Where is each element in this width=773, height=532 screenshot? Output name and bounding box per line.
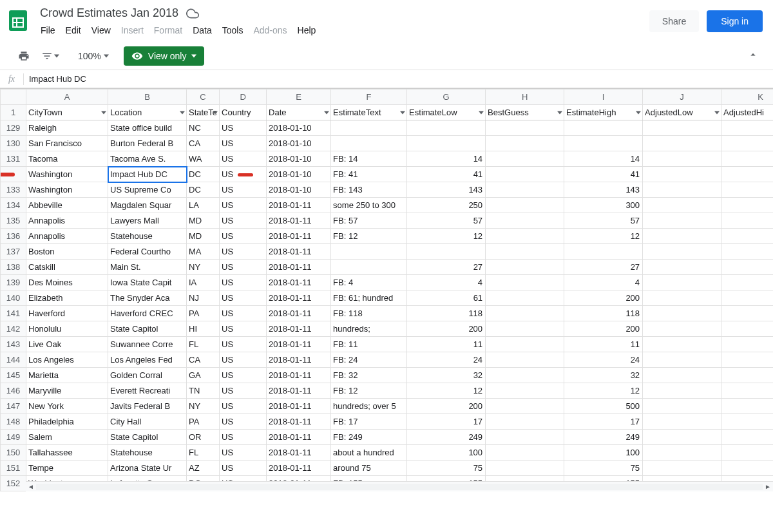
cell-F[interactable]: FB: 12 bbox=[331, 383, 407, 399]
cell-E[interactable]: 2018-01-11 bbox=[267, 213, 331, 229]
cell-A[interactable]: Abbeville bbox=[26, 198, 108, 213]
cell-C[interactable]: HI bbox=[187, 321, 220, 337]
cell-D[interactable]: US bbox=[220, 445, 267, 461]
cell-K[interactable] bbox=[721, 352, 773, 368]
cell-E[interactable]: 2018-01-11 bbox=[267, 198, 331, 213]
cell-F[interactable]: FB: 32 bbox=[331, 368, 407, 383]
cell-G[interactable]: 12 bbox=[407, 229, 486, 244]
cell-B[interactable]: Statehouse bbox=[108, 445, 187, 461]
cell-I[interactable]: 500 bbox=[564, 399, 643, 414]
cell-J[interactable] bbox=[643, 368, 721, 383]
column-name-EstimateHigh[interactable]: EstimateHigh bbox=[564, 105, 643, 120]
cell-B[interactable]: State Capitol bbox=[108, 430, 187, 445]
cell-H[interactable] bbox=[486, 198, 564, 213]
cell-G[interactable]: 17 bbox=[407, 414, 486, 430]
row-header-130[interactable]: 130 bbox=[1, 136, 26, 151]
column-header-K[interactable]: K bbox=[721, 90, 773, 105]
scroll-left-arrow[interactable]: ◄ bbox=[26, 482, 36, 492]
cell-F[interactable]: hundreds; over 5 bbox=[331, 399, 407, 414]
cell-G[interactable]: 27 bbox=[407, 260, 486, 275]
cell-D[interactable]: US bbox=[220, 260, 267, 275]
cell-H[interactable] bbox=[486, 167, 564, 182]
cell-H[interactable] bbox=[486, 306, 564, 321]
cell-E[interactable]: 2018-01-11 bbox=[267, 321, 331, 337]
row-header-138[interactable]: 138 bbox=[1, 260, 26, 275]
cell-A[interactable]: Washington bbox=[26, 182, 108, 198]
cell-G[interactable]: 57 bbox=[407, 213, 486, 229]
cell-B[interactable]: The Snyder Aca bbox=[108, 290, 187, 306]
column-header-D[interactable]: D bbox=[220, 90, 267, 105]
cell-K[interactable] bbox=[721, 321, 773, 337]
cell-E[interactable]: 2018-01-11 bbox=[267, 306, 331, 321]
cell-K[interactable] bbox=[721, 167, 773, 182]
cell-C[interactable]: NJ bbox=[187, 290, 220, 306]
filter-button[interactable] bbox=[37, 46, 63, 66]
row-header-148[interactable]: 148 bbox=[1, 414, 26, 430]
cell-J[interactable] bbox=[643, 306, 721, 321]
column-header-G[interactable]: G bbox=[407, 90, 486, 105]
cell-H[interactable] bbox=[486, 430, 564, 445]
column-header-C[interactable]: C bbox=[187, 90, 220, 105]
cell-K[interactable] bbox=[721, 368, 773, 383]
cell-K[interactable] bbox=[721, 445, 773, 461]
cell-G[interactable]: 14 bbox=[407, 151, 486, 167]
cell-H[interactable] bbox=[486, 368, 564, 383]
cell-H[interactable] bbox=[486, 383, 564, 399]
cell-F[interactable] bbox=[331, 260, 407, 275]
filter-dropdown-icon[interactable] bbox=[636, 111, 641, 114]
row-header-140[interactable]: 140 bbox=[1, 290, 26, 306]
cell-D[interactable]: US bbox=[220, 306, 267, 321]
cell-I[interactable]: 41 bbox=[564, 167, 643, 182]
cell-H[interactable] bbox=[486, 120, 564, 136]
cell-E[interactable]: 2018-01-11 bbox=[267, 399, 331, 414]
cell-G[interactable]: 118 bbox=[407, 306, 486, 321]
cell-J[interactable] bbox=[643, 430, 721, 445]
row-header-147[interactable]: 147 bbox=[1, 399, 26, 414]
cell-B[interactable]: City Hall bbox=[108, 414, 187, 430]
cell-J[interactable] bbox=[643, 352, 721, 368]
cell-A[interactable]: Honolulu bbox=[26, 321, 108, 337]
column-name-Date[interactable]: Date bbox=[267, 105, 331, 120]
cell-I[interactable] bbox=[564, 120, 643, 136]
cell-K[interactable] bbox=[721, 182, 773, 198]
cell-J[interactable] bbox=[643, 337, 721, 352]
cell-A[interactable]: Salem bbox=[26, 430, 108, 445]
cell-A[interactable]: Los Angeles bbox=[26, 352, 108, 368]
cell-K[interactable] bbox=[721, 275, 773, 290]
cell-G[interactable]: 143 bbox=[407, 182, 486, 198]
cell-E[interactable]: 2018-01-10 bbox=[267, 151, 331, 167]
cell-D[interactable]: US bbox=[220, 120, 267, 136]
cell-E[interactable]: 2018-01-10 bbox=[267, 120, 331, 136]
cell-J[interactable] bbox=[643, 321, 721, 337]
cell-D[interactable]: US bbox=[220, 337, 267, 352]
formula-content[interactable]: Impact Hub DC bbox=[24, 74, 773, 84]
filter-dropdown-icon[interactable] bbox=[180, 111, 185, 114]
row-header-129[interactable]: 129 bbox=[1, 120, 26, 136]
sheets-logo[interactable] bbox=[5, 8, 31, 33]
cell-G[interactable] bbox=[407, 120, 486, 136]
cell-H[interactable] bbox=[486, 244, 564, 260]
cell-I[interactable]: 17 bbox=[564, 414, 643, 430]
cell-G[interactable]: 249 bbox=[407, 430, 486, 445]
cell-K[interactable] bbox=[721, 260, 773, 275]
cell-K[interactable] bbox=[721, 337, 773, 352]
cell-A[interactable]: Elizabeth bbox=[26, 290, 108, 306]
row-header-152[interactable]: 152 bbox=[1, 476, 26, 491]
column-header-B[interactable]: B bbox=[108, 90, 187, 105]
cell-E[interactable]: 2018-01-11 bbox=[267, 229, 331, 244]
cell-H[interactable] bbox=[486, 399, 564, 414]
menu-tools[interactable]: Tools bbox=[218, 23, 248, 38]
cell-E[interactable]: 2018-01-11 bbox=[267, 368, 331, 383]
cell-C[interactable]: IA bbox=[187, 275, 220, 290]
cell-I[interactable]: 32 bbox=[564, 368, 643, 383]
column-header-A[interactable]: A bbox=[26, 90, 108, 105]
cell-F[interactable]: FB: 41 bbox=[331, 167, 407, 182]
cell-B[interactable]: Main St. bbox=[108, 260, 187, 275]
cell-F[interactable]: FB: 17 bbox=[331, 414, 407, 430]
cell-J[interactable] bbox=[643, 120, 721, 136]
cell-G[interactable]: 12 bbox=[407, 383, 486, 399]
column-name-BestGuess[interactable]: BestGuess bbox=[486, 105, 564, 120]
cell-H[interactable] bbox=[486, 321, 564, 337]
cell-A[interactable]: Tallahassee bbox=[26, 445, 108, 461]
row-header-133[interactable]: 133 bbox=[1, 182, 26, 198]
